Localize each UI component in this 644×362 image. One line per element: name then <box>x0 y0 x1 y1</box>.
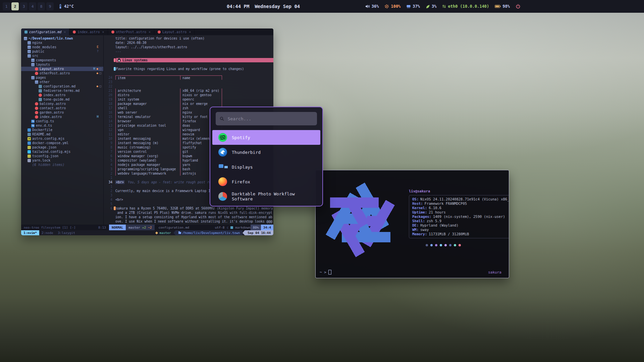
tree-item[interactable]: README.md <box>21 132 103 136</box>
tree-item[interactable]: JS astro.config.mjs <box>21 136 103 141</box>
editor-tab[interactable]: Layout.astro × <box>154 28 195 35</box>
tree-item[interactable]: tsconfig.json <box>21 154 103 158</box>
table-row: 20 distro nixos or gentoo <box>104 93 273 97</box>
tree-item[interactable]: yarn.lock <box>21 158 103 163</box>
launcher-item[interactable]: Thunderbird <box>212 145 320 160</box>
table-cell-name: openrc <box>180 97 222 102</box>
tab-close-icon[interactable]: × <box>64 30 66 34</box>
info-key: Host: <box>412 201 423 206</box>
tree-item[interactable]: (6 hidden items) <box>21 163 103 167</box>
power-module[interactable] <box>516 4 521 9</box>
tree-item-label: contact.astro <box>40 106 66 110</box>
tree-item[interactable]: index.astro H <box>21 115 103 119</box>
workspace-button[interactable]: 9 <box>46 2 54 10</box>
workspace-button[interactable]: 4 <box>29 2 36 10</box>
tmux-window[interactable]: 2:node <box>39 230 55 235</box>
search-input[interactable] <box>227 116 313 122</box>
tree-item[interactable]: package.json <box>21 145 103 149</box>
volume-module[interactable]: 36% <box>365 4 379 9</box>
tree-item[interactable]: garden.astro <box>21 110 103 115</box>
workspace-button[interactable]: 1 <box>3 2 10 10</box>
launcher-item[interactable]: Darktable Photo Workflow Software <box>212 189 320 204</box>
tree-item[interactable]: contact.astro <box>21 106 103 110</box>
workspace-button[interactable]: 2 <box>11 2 19 10</box>
separator-icon: ❮ <box>226 226 228 229</box>
tree-item[interactable]: TS config.ts <box>21 119 103 123</box>
tree-item[interactable]: TS env.d.ts <box>21 123 103 128</box>
workspace-button[interactable]: 8 <box>38 2 45 10</box>
palette-dot <box>435 244 437 246</box>
diff-modified: ~2 <box>148 226 152 229</box>
file-encoding: utf-8 <box>215 226 225 229</box>
search-icon <box>220 116 224 121</box>
tree-item[interactable]: src <box>21 54 103 58</box>
shell-prompt[interactable]: ~ > <box>320 270 331 275</box>
search-bar[interactable] <box>216 112 317 125</box>
editor-tab[interactable]: index.astro × <box>69 28 108 35</box>
markdown-icon <box>230 226 233 229</box>
tree-item[interactable]: other <box>21 80 103 84</box>
tree-item-label: astro.config.mjs <box>32 136 64 141</box>
launcher-item[interactable]: Spotify <box>212 130 320 145</box>
modified-dot-icon: ● <box>97 67 98 71</box>
tree-item[interactable]: configuration.md ● □ <box>21 84 103 88</box>
tree-item[interactable]: node_modules E <box>21 45 103 49</box>
tree-item[interactable]: tone-guide.md <box>21 97 103 102</box>
tab-close-icon[interactable]: × <box>102 30 104 34</box>
workspace-number: 1 <box>5 4 8 9</box>
folder-icon <box>28 54 31 58</box>
terminal-window[interactable]: liv@sakura OS: NixOS 24.11.20240828.71e9… <box>315 170 509 278</box>
terminal-color-palette <box>426 244 509 246</box>
app-launcher[interactable]: Spotify Thunderbird Displays Firefox <box>210 107 323 206</box>
thermometer-icon <box>58 4 62 9</box>
tree-item[interactable]: balcony.astro <box>21 102 103 106</box>
info-line: OS: NixOS 24.11.20240828.71e91c4 (Vicuna… <box>412 197 509 201</box>
tree-item[interactable]: fediverse-terms.md <box>21 88 103 93</box>
tree-item[interactable]: index.astro <box>21 93 103 97</box>
buffer-line <box>115 71 273 75</box>
tree-item[interactable]: components <box>21 58 103 62</box>
tmux-window[interactable]: 3:lazygit <box>55 230 77 235</box>
line-number <box>104 41 113 45</box>
launcher-item[interactable]: Displays <box>212 160 320 174</box>
scroll-progress: 80% <box>251 225 261 230</box>
launcher-item[interactable]: Firefox <box>212 174 320 189</box>
line-number: 14 <box>104 119 113 123</box>
battery-module[interactable]: 98% <box>495 4 510 9</box>
network-module[interactable]: eth0 (10.0.0.140) <box>442 4 489 9</box>
info-line: Kernel: 6.10.6 <box>412 206 509 210</box>
line-number: 21 <box>104 88 113 93</box>
tree-item[interactable]: ~/Development/liv.town <box>21 36 103 41</box>
tree-item[interactable]: Layout.astro H ● □ <box>21 67 103 71</box>
editor-tab[interactable]: configuration.md × <box>21 28 69 35</box>
tree-item-label: Dockerfile <box>32 128 52 132</box>
palette-dot <box>440 244 442 246</box>
tree-item[interactable]: otherPost.astro ● □ <box>21 71 103 75</box>
tree-item[interactable]: nginx <box>21 41 103 45</box>
info-line: Shell: zsh 5.9 <box>412 219 509 223</box>
tree-item[interactable]: layouts <box>21 62 103 67</box>
tmux-window[interactable]: 1:nvim* <box>21 230 39 235</box>
workspace-button[interactable]: 3 <box>20 2 28 10</box>
gear-module[interactable]: 100% <box>384 4 400 9</box>
line-number: 6 <box>104 154 113 158</box>
line-number <box>104 36 113 41</box>
ts-icon: TS <box>31 120 35 123</box>
table-cell-name: nixos or gentoo <box>180 93 222 97</box>
workspace-number: 9 <box>49 4 51 9</box>
line-number: 11 <box>104 132 113 136</box>
tab-close-icon[interactable]: × <box>189 30 191 34</box>
tree-item[interactable]: tailwind.config.mjs <box>21 149 103 154</box>
tab-close-icon[interactable]: × <box>149 30 151 34</box>
tree-item[interactable]: pages <box>21 75 103 80</box>
line-number: 4 <box>104 197 113 202</box>
tree-item-label: tone-guide.md <box>43 97 69 102</box>
tree-item[interactable]: Dockerfile <box>21 128 103 132</box>
memory-module[interactable]: 37% <box>406 4 420 9</box>
cpu-module[interactable]: 3% <box>426 4 436 9</box>
tree-item[interactable]: docker-compose.yml <box>21 141 103 145</box>
workspace-number: 2 <box>14 4 16 9</box>
table-cell-item: music (streaming) <box>116 145 180 149</box>
editor-tab[interactable]: otherPost.astro × <box>108 28 154 35</box>
tree-item[interactable]: public ? <box>21 49 103 54</box>
